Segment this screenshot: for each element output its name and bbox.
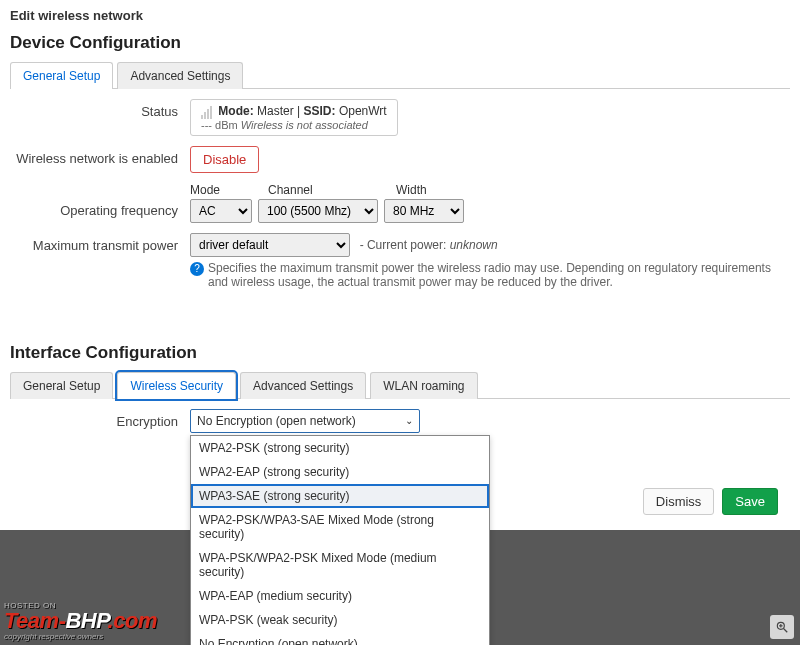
watermark-com: .com	[108, 608, 157, 633]
tab-wireless-security[interactable]: Wireless Security	[117, 372, 236, 399]
tab-wlan-roaming[interactable]: WLAN roaming	[370, 372, 477, 399]
info-icon: ?	[190, 262, 204, 276]
status-mode-value: Master	[257, 104, 294, 118]
encryption-select[interactable]: No Encryption (open network) ⌄	[190, 409, 420, 433]
device-tabs: General Setup Advanced Settings	[10, 61, 790, 89]
interface-config-heading: Interface Configuration	[10, 343, 790, 363]
interface-tabs: General Setup Wireless Security Advanced…	[10, 371, 790, 399]
channel-select[interactable]: 100 (5500 Mhz)	[258, 199, 378, 223]
status-assoc: Wireless is not associated	[241, 119, 368, 131]
device-config-heading: Device Configuration	[10, 33, 790, 53]
tab-advanced-settings-device[interactable]: Advanced Settings	[117, 62, 243, 89]
max-power-label: Maximum transmit power	[10, 233, 190, 253]
encryption-option-no-encryption[interactable]: No Encryption (open network)	[191, 632, 489, 645]
tab-general-setup-device[interactable]: General Setup	[10, 62, 113, 89]
zoom-icon[interactable]	[770, 615, 794, 639]
encryption-option-wpa-eap[interactable]: WPA-EAP (medium security)	[191, 584, 489, 608]
svg-line-1	[784, 629, 788, 633]
save-button[interactable]: Save	[722, 488, 778, 515]
watermark: HOSTED ON Team-BHP.com copyright respect…	[4, 601, 157, 641]
max-power-select[interactable]: driver default	[190, 233, 350, 257]
status-dbm: --- dBm	[201, 119, 238, 131]
current-power-value: unknown	[450, 238, 498, 252]
max-power-hint: Specifies the maximum transmit power the…	[208, 261, 790, 289]
watermark-team: Team-	[4, 608, 65, 633]
encryption-option-wpa2-wpa3-mixed[interactable]: WPA2-PSK/WPA3-SAE Mixed Mode (strong sec…	[191, 508, 489, 546]
encryption-option-wpa-wpa2-mixed[interactable]: WPA-PSK/WPA2-PSK Mixed Mode (medium secu…	[191, 546, 489, 584]
dismiss-button[interactable]: Dismiss	[643, 488, 715, 515]
tab-advanced-settings-iface[interactable]: Advanced Settings	[240, 372, 366, 399]
width-sublabel: Width	[396, 183, 427, 197]
status-ssid-prefix: SSID:	[304, 104, 336, 118]
status-label: Status	[10, 99, 190, 119]
encryption-option-wpa2-eap[interactable]: WPA2-EAP (strong security)	[191, 460, 489, 484]
mode-select[interactable]: AC	[190, 199, 252, 223]
chevron-down-icon: ⌄	[405, 415, 413, 426]
encryption-label: Encryption	[10, 409, 190, 429]
tab-general-setup-iface[interactable]: General Setup	[10, 372, 113, 399]
watermark-bhp: BHP	[65, 608, 107, 633]
current-power-prefix: - Current power:	[360, 238, 447, 252]
status-ssid-value: OpenWrt	[339, 104, 387, 118]
width-select[interactable]: 80 MHz	[384, 199, 464, 223]
encryption-selected-value: No Encryption (open network)	[197, 414, 356, 428]
mode-sublabel: Mode	[190, 183, 250, 197]
operating-frequency-label: Operating frequency	[10, 183, 190, 218]
channel-sublabel: Channel	[268, 183, 378, 197]
encryption-option-wpa-psk[interactable]: WPA-PSK (weak security)	[191, 608, 489, 632]
signal-icon	[201, 105, 215, 119]
page-title: Edit wireless network	[10, 8, 790, 23]
encryption-option-wpa3-sae[interactable]: WPA3-SAE (strong security)	[191, 484, 489, 508]
status-box: Mode: Master | SSID: OpenWrt --- dBm Wir…	[190, 99, 398, 136]
wireless-enabled-label: Wireless network is enabled	[10, 146, 190, 166]
dialog-actions: Dismiss Save	[643, 488, 778, 515]
status-mode-prefix: Mode:	[218, 104, 253, 118]
disable-button[interactable]: Disable	[190, 146, 259, 173]
encryption-option-wpa2-psk[interactable]: WPA2-PSK (strong security)	[191, 436, 489, 460]
encryption-dropdown-list: WPA2-PSK (strong security) WPA2-EAP (str…	[190, 435, 490, 645]
